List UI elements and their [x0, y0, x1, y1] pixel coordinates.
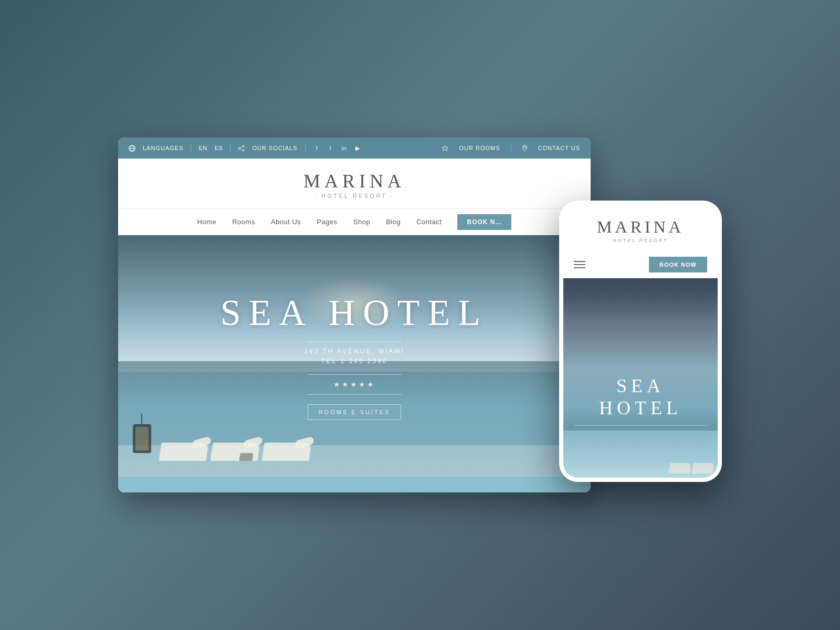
contact-us-label[interactable]: CONTACT US [538, 145, 581, 151]
hero-lantern [129, 414, 155, 456]
desktop-book-button[interactable]: BOOK N... [457, 214, 511, 230]
hero-title: SEA HOTEL [118, 292, 591, 334]
mobile-book-button[interactable]: BOOK NOW [649, 257, 707, 272]
hamburger-line-1 [574, 261, 585, 262]
mobile-lounge-chairs [669, 463, 713, 474]
hero-tel: TEL 1 345 2348 [118, 358, 591, 365]
hero-stars: ★★★★★ [118, 380, 591, 389]
nav-blog[interactable]: Blog [386, 218, 401, 226]
desktop-brand-name: MARINA [129, 170, 580, 192]
hamburger-menu[interactable] [574, 261, 585, 268]
hero-divider-bot [307, 394, 402, 395]
hero-address: 143 TH AVENUE, MIAMI [118, 348, 591, 355]
lang-es[interactable]: ES [215, 145, 223, 151]
star-icon [442, 145, 448, 152]
lantern-glow [135, 427, 149, 450]
linkedin-icon[interactable]: in [340, 144, 349, 152]
desktop-nav: Home Rooms About Us Pages Shop Blog Cont… [118, 209, 591, 235]
divider1 [191, 144, 191, 152]
svg-point-9 [523, 146, 525, 148]
nav-home[interactable]: Home [197, 218, 217, 226]
top-bar-left: LANGUAGES EN ES OUR SOCIALS [129, 144, 442, 152]
desktop-header: MARINA · HOTEL RESORT · [118, 159, 591, 209]
lang-en[interactable]: EN [198, 145, 207, 151]
lounge-chair-1 [159, 443, 209, 461]
mobile-pool-area [563, 430, 718, 478]
social-icons: f t in ▶ [313, 144, 362, 152]
mobile-brand-subtitle: · HOTEL RESORT · [572, 238, 709, 243]
lounge-chair-3 [262, 443, 312, 461]
twitter-icon[interactable]: t [327, 144, 335, 152]
hamburger-line-2 [574, 264, 585, 265]
hero-divider-mid [307, 374, 402, 375]
mobile-inner: MARINA · HOTEL RESORT · BOOK NOW SEA HOT… [563, 205, 718, 478]
globe-icon [129, 145, 135, 152]
svg-point-3 [243, 145, 244, 146]
mobile-hero-dark-top [563, 278, 718, 320]
lounge-chair-2 [211, 443, 260, 461]
top-bar-right: OUR ROOMS CONTACT US [442, 144, 580, 152]
mobile-nav: BOOK NOW [563, 251, 718, 278]
svg-point-4 [243, 149, 244, 151]
nav-shop[interactable]: Shop [353, 218, 370, 226]
mobile-header: MARINA · HOTEL RESORT · [563, 205, 718, 251]
location-icon [522, 145, 528, 152]
mobile-hero-divider [574, 425, 707, 426]
divider4 [511, 144, 511, 152]
mobile-brand-name: MARINA [572, 217, 709, 237]
svg-line-6 [240, 146, 243, 148]
nav-contact[interactable]: Contact [416, 218, 442, 226]
svg-point-5 [238, 147, 240, 149]
mobile-hero-title: SEA HOTEL [574, 375, 707, 419]
scene-container: LANGUAGES EN ES OUR SOCIALS [118, 138, 722, 492]
hero-text-overlay: SEA HOTEL 143 TH AVENUE, MIAMI TEL 1 345… [118, 292, 591, 420]
divider3 [305, 144, 306, 152]
nav-pages[interactable]: Pages [317, 218, 337, 226]
desktop-brand-subtitle: · HOTEL RESORT · [129, 193, 580, 199]
svg-line-7 [240, 149, 243, 150]
desktop-mockup: LANGUAGES EN ES OUR SOCIALS [118, 138, 591, 492]
our-rooms-label[interactable]: OUR ROOMS [459, 145, 500, 151]
nav-about[interactable]: About Us [271, 218, 301, 226]
lounge-chairs [160, 443, 310, 461]
share-icon [238, 145, 245, 152]
desktop-bottom-strip [118, 477, 591, 492]
chair-towel [239, 453, 254, 461]
mobile-hero-text: SEA HOTEL ROOMS E SUITES [563, 375, 718, 436]
our-socials-label[interactable]: OUR SOCIALS [252, 145, 297, 151]
mobile-chair-2 [691, 463, 715, 474]
desktop-hero: SEA HOTEL 143 TH AVENUE, MIAMI TEL 1 345… [118, 235, 591, 477]
mobile-chair-1 [668, 463, 691, 474]
facebook-icon[interactable]: f [313, 144, 321, 152]
top-bar: LANGUAGES EN ES OUR SOCIALS [118, 138, 591, 159]
hero-divider-top [307, 342, 402, 342]
languages-label[interactable]: LANGUAGES [143, 145, 183, 151]
lantern-body [133, 424, 151, 453]
nav-rooms[interactable]: Rooms [232, 218, 255, 226]
hamburger-line-3 [574, 267, 585, 268]
divider2 [230, 144, 230, 152]
mobile-hero: SEA HOTEL ROOMS E SUITES [563, 278, 718, 478]
mobile-mockup: MARINA · HOTEL RESORT · BOOK NOW SEA HOT… [559, 201, 722, 482]
hero-cta-button[interactable]: ROOMS E SUITES [308, 404, 402, 420]
youtube-icon[interactable]: ▶ [354, 144, 362, 152]
svg-marker-8 [442, 145, 448, 151]
